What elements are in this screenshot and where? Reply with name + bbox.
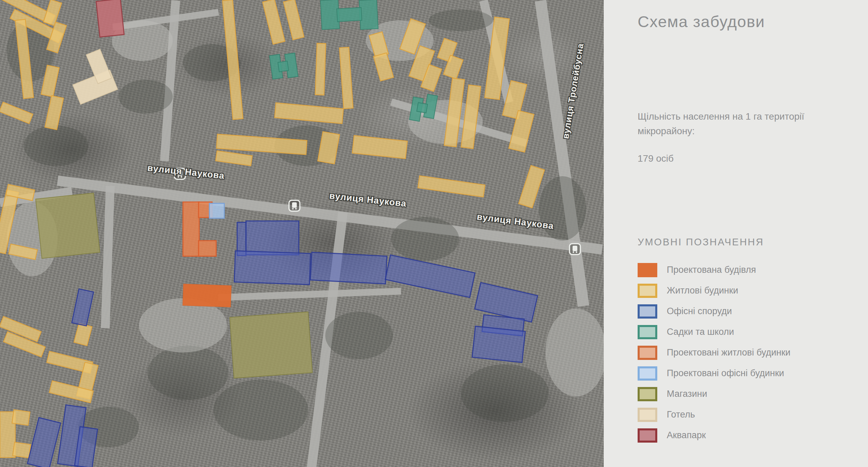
building-residential <box>13 442 30 458</box>
tree-patch <box>539 176 586 241</box>
building-residential <box>418 176 485 197</box>
legend-list: Проектована будівляЖитлові будинкиОфісні… <box>638 260 790 446</box>
building-residential <box>315 43 326 95</box>
bus-stop-icon-part <box>573 246 577 251</box>
slide: вулиця Науковавулиця Науковавулиця Науко… <box>0 0 868 467</box>
legend-item: Садки та школи <box>638 322 790 342</box>
legend-swatch-icon <box>638 304 657 319</box>
bus-stop-icon-part <box>295 208 297 210</box>
building-school <box>417 103 428 113</box>
building-residential <box>352 136 408 159</box>
page-title: Схема забудови <box>638 12 765 31</box>
building-shop <box>36 193 100 258</box>
legend-swatch-icon <box>638 284 657 298</box>
building-projected <box>183 284 231 307</box>
legend-swatch-icon <box>638 263 657 277</box>
building-office <box>472 326 525 363</box>
tree-patch <box>147 346 229 400</box>
legend-item: Аквапарк <box>638 425 790 446</box>
tree-patch <box>119 80 173 114</box>
density-value: 179 осіб <box>638 153 674 164</box>
legend-item-label: Садки та школи <box>667 327 734 337</box>
tree-patch <box>213 380 308 441</box>
info-sidebar: Схема забудови Щільність населення на 1 … <box>604 0 868 467</box>
building-proj_residential <box>199 241 216 256</box>
legend-item-label: Аквапарк <box>667 430 706 441</box>
density-label: Щільність населення на 1 га території мі… <box>638 109 834 139</box>
building-office <box>234 251 310 285</box>
street-label: вулиця Наукова <box>329 190 407 209</box>
paved-patch <box>545 308 604 397</box>
building-office <box>27 418 61 467</box>
building-residential <box>74 323 92 346</box>
bus-stop-icon <box>289 200 300 211</box>
road <box>57 176 603 255</box>
legend-item-label: Проектована будівля <box>667 265 756 275</box>
building-residential <box>263 0 285 44</box>
legend-swatch-icon <box>638 428 657 443</box>
legend-swatch-icon <box>638 346 657 360</box>
legend-item: Офісні споруди <box>638 301 790 322</box>
building-residential <box>284 0 304 40</box>
building-proj_office <box>209 203 224 218</box>
legend-item: Житлові будинки <box>638 280 790 301</box>
building-residential <box>0 102 33 123</box>
road <box>101 186 115 328</box>
building-school <box>321 0 339 29</box>
bus-stop-icon-part <box>292 208 294 210</box>
legend-item-label: Офісні споруди <box>667 306 732 317</box>
legend-swatch-icon <box>638 325 657 339</box>
legend-item-label: Житлові будинки <box>667 285 738 296</box>
legend-item: Проектована будівля <box>638 260 790 280</box>
building-office <box>246 221 299 255</box>
legend-item: Проектовані офісні будинки <box>638 363 790 384</box>
legend-item: Магазини <box>638 384 790 404</box>
building-school <box>359 0 378 29</box>
building-residential <box>12 410 30 425</box>
map-overlay-svg: вулиця Науковавулиця Науковавулиця Науко… <box>0 0 604 467</box>
legend-item: Проектовані житлові будинки <box>638 342 790 363</box>
tree-patch <box>391 217 459 261</box>
bus-stop-icon-part <box>178 176 179 178</box>
building-residential <box>274 103 343 123</box>
building-residential <box>43 0 62 26</box>
building-office <box>72 289 94 326</box>
building-residential <box>215 151 252 166</box>
legend-item-label: Проектовані житлові будинки <box>667 347 790 358</box>
building-school <box>278 61 289 72</box>
satellite-map: вулиця Науковавулиця Науковавулиця Науко… <box>0 0 604 467</box>
building-school <box>337 7 362 22</box>
building-shop <box>230 312 312 378</box>
building-residential <box>45 96 64 129</box>
street-label: вулиця Наукова <box>147 163 225 181</box>
bus-stop-icon <box>570 244 580 255</box>
legend-title: УМОВНІ ПОЗНАЧЕННЯ <box>638 237 764 248</box>
building-residential <box>339 47 353 109</box>
legend-swatch-icon <box>638 408 657 422</box>
tree-patch <box>325 312 393 359</box>
road <box>218 288 401 301</box>
building-aquapark <box>96 0 124 37</box>
bus-stop-icon-part <box>573 251 574 253</box>
building-office <box>310 252 387 284</box>
tree-patch <box>461 364 549 422</box>
legend-item-label: Проектовані офісні будинки <box>667 368 784 379</box>
bus-stop-icon-part <box>292 202 297 208</box>
street-label: вулиця Тролейбусна <box>560 42 585 139</box>
tree-patch <box>429 9 493 31</box>
legend-swatch-icon <box>638 387 657 401</box>
legend-swatch-icon <box>638 366 657 381</box>
road <box>160 0 180 162</box>
legend-item-label: Готель <box>667 409 695 420</box>
legend-item: Готель <box>638 404 790 425</box>
bus-stop-icon-part <box>576 251 577 253</box>
building-proj_residential <box>183 202 199 256</box>
tree-patch <box>24 125 88 166</box>
legend-item-label: Магазини <box>667 389 707 399</box>
